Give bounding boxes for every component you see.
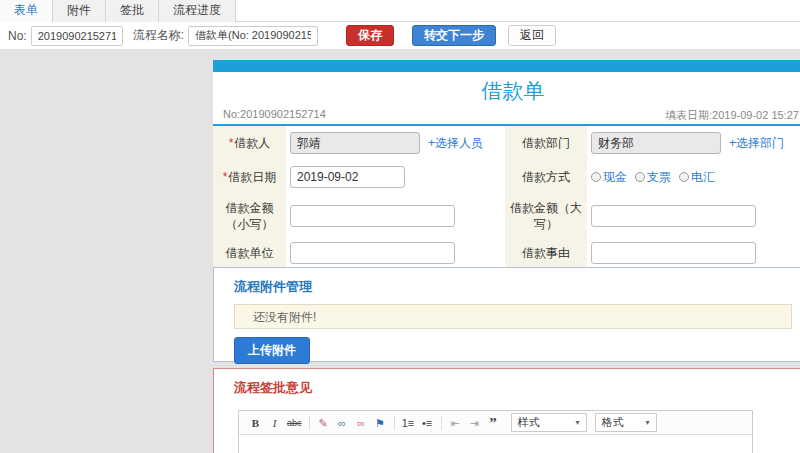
doc-meta: No:20190902152714 填表日期:2019-09-02 15:27:… <box>213 106 800 124</box>
style-dropdown[interactable]: 样式 ▾ <box>511 413 587 432</box>
department-label: 借款部门 <box>505 126 587 160</box>
loan-method-cell: 现金 支票 电汇 <box>587 160 800 194</box>
no-label: No: <box>8 29 27 43</box>
loan-method-label-text: 借款方式 <box>522 169 570 185</box>
chevron-down-icon: ▾ <box>576 418 580 427</box>
unlink-icon[interactable]: ∞ <box>355 412 368 434</box>
link-icon[interactable]: ∞ <box>336 412 349 434</box>
radio-cheque[interactable]: 支票 <box>635 169 671 186</box>
approval-section-title: 流程签批意见 <box>214 369 800 397</box>
format-dropdown[interactable]: 格式 ▾ <box>595 413 657 432</box>
radio-wire-transfer-label: 电汇 <box>691 169 715 186</box>
select-person-link[interactable]: +选择人员 <box>428 135 483 152</box>
select-department-link[interactable]: +选择部门 <box>729 135 784 152</box>
loan-method-label: 借款方式 <box>505 160 587 194</box>
radio-circle-icon <box>679 172 689 182</box>
no-attachments-message: 还没有附件! <box>234 304 792 329</box>
loan-unit-label-text: 借款单位 <box>226 245 274 261</box>
loan-reason-cell <box>587 238 800 268</box>
upload-attachment-button[interactable]: 上传附件 <box>234 337 310 364</box>
doc-number: No:20190902152714 <box>223 108 326 120</box>
toolbar-separator <box>394 416 395 430</box>
header-accent-bar <box>213 60 800 72</box>
loan-reason-label: 借款事由 <box>505 238 587 268</box>
tab-form[interactable]: 表单 <box>0 0 53 22</box>
department-input[interactable] <box>591 132 721 154</box>
amount-upper-input[interactable] <box>591 205 756 227</box>
tab-attachments[interactable]: 附件 <box>53 0 106 22</box>
loan-reason-input[interactable] <box>591 242 756 264</box>
editor-toolbar-icons: BIabc✎∞∞⚑1≡•≡⇤⇥” <box>246 412 503 434</box>
radio-cash-label: 现金 <box>603 169 627 186</box>
chevron-down-icon: ▾ <box>646 418 650 427</box>
next-step-button[interactable]: 转交下一步 <box>412 25 496 46</box>
radio-cheque-label: 支票 <box>647 169 671 186</box>
fill-date: 填表日期:2019-09-02 15:27:1 <box>665 108 800 123</box>
tab-bar: 表单 附件 签批 流程进度 <box>0 0 800 22</box>
blockquote-icon[interactable]: ” <box>487 412 500 434</box>
amount-lower-cell <box>286 194 505 238</box>
amount-lower-input[interactable] <box>290 205 455 227</box>
borrower-label-text: 借款人 <box>234 135 270 151</box>
loan-unit-cell <box>286 238 505 268</box>
page-title: 借款单 <box>213 72 800 106</box>
radio-circle-icon <box>591 172 601 182</box>
radio-wire-transfer[interactable]: 电汇 <box>679 169 715 186</box>
flow-name-label: 流程名称: <box>133 27 184 44</box>
loan-date-label: *借款日期 <box>213 160 286 194</box>
amount-upper-label-text: 借款金额（大写） <box>510 200 582 232</box>
flow-name-input[interactable] <box>188 26 318 46</box>
loan-form-card: 借款单 No:20190902152714 填表日期:2019-09-02 15… <box>213 60 800 273</box>
loan-form-table: *借款人 +选择人员 借款部门 +选择部门 *借款日期 借款方式 现金 <box>213 124 800 273</box>
approval-editor: BIabc✎∞∞⚑1≡•≡⇤⇥” 样式 ▾ 格式 ▾ <box>238 410 753 453</box>
remove-format-icon[interactable]: ✎ <box>317 412 330 434</box>
numbered-list-icon[interactable]: 1≡ <box>402 412 415 434</box>
command-bar: No: 流程名称: 保存 转交下一步 返回 <box>0 22 800 50</box>
radio-circle-icon <box>635 172 645 182</box>
back-button[interactable]: 返回 <box>508 25 556 46</box>
approval-section: 流程签批意见 BIabc✎∞∞⚑1≡•≡⇤⇥” 样式 ▾ 格式 ▾ <box>213 368 800 453</box>
amount-upper-cell <box>587 194 800 238</box>
strikethrough-icon[interactable]: abc <box>287 412 302 434</box>
amount-lower-label-text: 借款金额（小写） <box>218 200 281 232</box>
department-cell: +选择部门 <box>587 126 800 160</box>
no-input[interactable] <box>31 26 123 46</box>
loan-reason-label-text: 借款事由 <box>522 245 570 261</box>
editor-content[interactable] <box>239 435 752 453</box>
toolbar-separator <box>441 416 442 430</box>
bullet-list-icon[interactable]: •≡ <box>421 412 434 434</box>
amount-lower-label: 借款金额（小写） <box>213 194 286 238</box>
format-dropdown-label: 格式 <box>602 415 624 430</box>
attachment-section-title: 流程附件管理 <box>214 268 800 296</box>
save-button[interactable]: 保存 <box>346 25 394 46</box>
bold-icon[interactable]: B <box>249 412 262 434</box>
editor-toolbar: BIabc✎∞∞⚑1≡•≡⇤⇥” 样式 ▾ 格式 ▾ <box>239 411 752 435</box>
tab-approval[interactable]: 签批 <box>106 0 159 22</box>
department-label-text: 借款部门 <box>522 135 570 151</box>
loan-date-input[interactable] <box>290 166 405 188</box>
anchor-icon[interactable]: ⚑ <box>374 412 387 434</box>
loan-unit-label: 借款单位 <box>213 238 286 268</box>
italic-icon[interactable]: I <box>268 412 281 434</box>
loan-date-label-text: 借款日期 <box>228 169 276 185</box>
borrower-input[interactable] <box>290 132 420 154</box>
borrower-cell: +选择人员 <box>286 126 505 160</box>
toolbar-separator <box>309 416 310 430</box>
tab-process-progress[interactable]: 流程进度 <box>159 0 236 22</box>
amount-upper-label: 借款金额（大写） <box>505 194 587 238</box>
outdent-icon[interactable]: ⇤ <box>449 412 462 434</box>
attachment-section: 流程附件管理 还没有附件! 上传附件 <box>213 267 800 362</box>
borrower-label: *借款人 <box>213 126 286 160</box>
indent-icon[interactable]: ⇥ <box>468 412 481 434</box>
required-marker: * <box>223 169 228 185</box>
loan-unit-input[interactable] <box>290 242 455 264</box>
style-dropdown-label: 样式 <box>518 415 540 430</box>
loan-date-cell <box>286 160 505 194</box>
required-marker: * <box>229 135 234 151</box>
radio-cash[interactable]: 现金 <box>591 169 627 186</box>
